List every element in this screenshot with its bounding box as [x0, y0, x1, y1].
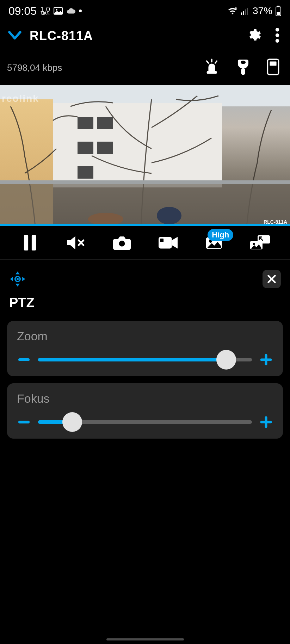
cloud-icon — [66, 7, 75, 14]
zoom-plus-button[interactable] — [259, 354, 273, 366]
siren-button[interactable] — [204, 58, 220, 77]
svg-rect-20 — [270, 61, 276, 66]
svg-rect-13 — [207, 71, 217, 74]
svg-rect-5 — [245, 10, 246, 15]
svg-line-16 — [215, 61, 217, 63]
svg-point-10 — [276, 28, 279, 32]
status-bar: 09:05 1.0 MB/s 6 37% — [0, 0, 290, 22]
fullscreen-button[interactable] — [267, 58, 279, 77]
svg-point-27 — [119, 241, 125, 247]
ptz-panel: PTZ Zoom Fokus — [0, 260, 290, 453]
status-clock: 09:05 — [8, 5, 37, 18]
svg-rect-18 — [241, 68, 245, 75]
svg-rect-9 — [277, 12, 280, 15]
back-chevron-icon[interactable] — [7, 27, 23, 44]
svg-text:6: 6 — [235, 7, 237, 10]
focus-slider-card: Fokus — [7, 383, 283, 439]
svg-rect-25 — [24, 235, 28, 250]
svg-point-1 — [56, 9, 57, 11]
battery-text: 37% — [253, 5, 272, 17]
battery-icon — [275, 6, 282, 16]
snapshot-button[interactable] — [106, 230, 138, 255]
camera-title: RLC-811A — [30, 29, 239, 43]
ptz-move-icon[interactable] — [9, 271, 26, 287]
svg-rect-29 — [160, 239, 163, 242]
focus-plus-button[interactable] — [259, 416, 273, 428]
svg-rect-6 — [247, 8, 248, 15]
quality-badge: High — [208, 229, 233, 241]
video-progress-bar[interactable] — [0, 224, 290, 226]
svg-rect-4 — [243, 11, 244, 15]
svg-point-24 — [157, 207, 181, 224]
focus-label: Fokus — [17, 392, 273, 405]
record-button[interactable] — [152, 230, 184, 255]
more-menu-button[interactable] — [275, 28, 279, 44]
notification-dot-icon — [79, 10, 82, 12]
zoom-label: Zoom — [17, 329, 273, 343]
status-data-rate: 1.0 MB/s — [40, 6, 50, 16]
svg-rect-3 — [241, 12, 242, 15]
title-bar: RLC-811A — [0, 22, 290, 50]
close-ptz-button[interactable] — [263, 270, 281, 288]
signal-icon — [241, 7, 250, 15]
spotlight-button[interactable] — [237, 58, 249, 77]
bitrate-text: 5798,04 kbps — [7, 62, 62, 73]
zoom-minus-button[interactable] — [17, 354, 31, 365]
svg-point-34 — [253, 243, 255, 245]
pip-button[interactable] — [244, 230, 276, 255]
live-video-feed[interactable]: reolink RLC-811A — [0, 85, 290, 226]
mute-button[interactable] — [60, 230, 92, 255]
svg-point-23 — [88, 213, 123, 225]
home-indicator[interactable] — [106, 638, 184, 640]
wifi-icon: 6 — [227, 7, 238, 15]
stream-info-bar: 5798,04 kbps — [0, 50, 290, 85]
svg-line-15 — [207, 61, 209, 63]
picture-icon — [54, 7, 63, 15]
focus-slider-thumb[interactable] — [62, 412, 82, 432]
pause-button[interactable] — [14, 230, 46, 255]
zoom-slider[interactable] — [38, 358, 252, 361]
svg-point-12 — [276, 39, 279, 43]
focus-slider[interactable] — [38, 420, 252, 424]
brand-watermark: reolink — [2, 93, 39, 104]
zoom-slider-card: Zoom — [7, 321, 283, 376]
playback-toolbar: High — [0, 226, 290, 260]
svg-point-11 — [276, 33, 279, 37]
svg-rect-26 — [32, 235, 36, 250]
focus-minus-button[interactable] — [17, 416, 31, 428]
zoom-slider-fill — [38, 358, 226, 361]
quality-button[interactable]: High — [198, 230, 230, 255]
settings-button[interactable] — [246, 28, 261, 44]
ptz-title: PTZ — [7, 292, 283, 321]
zoom-slider-thumb[interactable] — [216, 350, 236, 370]
svg-point-17 — [241, 61, 246, 64]
svg-point-36 — [17, 278, 19, 280]
